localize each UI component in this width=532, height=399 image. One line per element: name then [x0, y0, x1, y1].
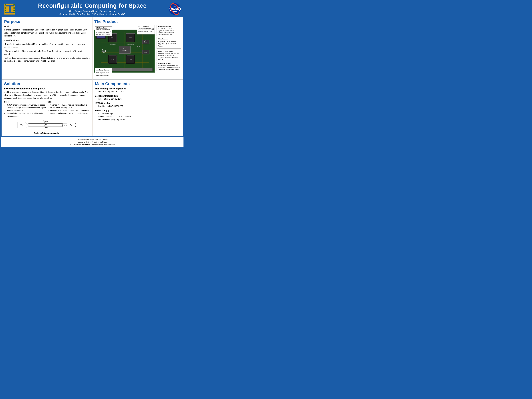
goal-label: Goal:	[4, 25, 90, 28]
footer-line1: The team would like to thank the followi…	[2, 138, 182, 141]
lvds-desc: A widely recognized standard which uses …	[4, 91, 90, 99]
lvds-diagram-svg: Tx 3.5mA 3.5mA 350mV	[16, 119, 78, 131]
svg-text:3.5mA: 3.5mA	[43, 120, 48, 122]
svg-rect-8	[5, 7, 6, 8]
pcb-specs-text: Size: 12" W x 10.5" H Layers: Six w/ two…	[158, 28, 180, 36]
svg-text:FPGA: FPGA	[111, 59, 114, 60]
pcb-image-area: LCD FPGA FPGA FPGA FPGA	[94, 25, 155, 77]
decoupling-label-text: Provide quick, temporary energy during h…	[95, 70, 111, 76]
spartan-fpga-box: Spartan IIE FPGAs Generate the semi-rand…	[157, 62, 181, 71]
pros-item-2: Differential design creates little noise…	[7, 106, 46, 112]
lcd-label-title: LCD Display Screen	[95, 27, 111, 29]
product-section: The Product	[92, 17, 183, 79]
spec-label: Specifications:	[4, 39, 90, 42]
lcd-label-box: LCD Display Screen Allows the board to d…	[95, 26, 112, 36]
svg-text:Rx: Rx	[70, 124, 72, 126]
lvds-diagram-visual: Tx 3.5mA 3.5mA 350mV	[16, 119, 78, 131]
pros-cons-grid: Pros 350mV switching results in fewer po…	[4, 101, 90, 117]
purpose-title: Purpose	[4, 19, 90, 24]
pros-list: 350mV switching results in fewer power l…	[4, 104, 46, 117]
dc-label-box: DC/DC Converters Provide efficient, poin…	[137, 25, 155, 34]
footer: The team would like to thank the followi…	[1, 137, 184, 147]
comp-item-3-2: Various Decoupling Capacitors	[98, 118, 181, 121]
product-title: The Product	[94, 19, 181, 24]
pcb-specs-box: PCB Specifications Size: 12" W x 10.5" H…	[157, 25, 181, 36]
svg-rect-54	[139, 46, 140, 47]
svg-text:Tx: Tx	[20, 124, 22, 126]
footer-line3: Dr. Joe Law, Dr. Herb Hess, Greg Klemesr…	[2, 143, 182, 146]
comp-cat-1: Serializer/Deserializers:	[95, 95, 181, 97]
pros-title: Pros	[4, 101, 46, 103]
dc-label-text: Provide efficient, point of use power co…	[138, 28, 154, 34]
svg-text:350mV: 350mV	[62, 125, 67, 126]
lcd-label-text: Allows the board to display the number o…	[95, 29, 111, 35]
serializer-title: Serializer/Deserializer	[158, 50, 180, 52]
comp-item-3-0: +12V Power Input	[98, 112, 181, 115]
pros-item-1: 350mV switching results in fewer power l…	[7, 104, 46, 106]
svg-marker-64	[18, 122, 28, 128]
svg-text:FPGA: FPGA	[129, 37, 132, 38]
lvds-crossbar-title: LVDS Crossbar	[158, 38, 180, 40]
comp-cat-3: Power Supply:	[95, 109, 181, 112]
svg-rect-9	[13, 7, 15, 8]
solution-section: Solution Low Voltage Differential Signal…	[1, 79, 92, 136]
cons-list: Matched impedance lines are more difficu…	[48, 104, 90, 115]
svg-rect-5	[13, 5, 15, 5]
lvds-title: Low Voltage Differential Signaling (LVDS…	[4, 88, 90, 90]
svg-text:FPGA: FPGA	[111, 37, 114, 38]
svg-rect-11	[13, 10, 15, 11]
comp-item-1-0: Four National DS92LV16's	[98, 97, 181, 101]
comp-cat-2: LVDS Crossbar:	[95, 102, 181, 104]
spec-item-3: •Deliver documentation comparing serial …	[4, 57, 90, 63]
main-grid: Purpose Goal: Provide a proof of concept…	[1, 17, 184, 137]
svg-text:Transmitting Node: Transmitting Node	[109, 44, 116, 45]
svg-text:SerDes: SerDes	[144, 52, 147, 53]
spartan-fpga-text: Generate the semi-random data used durin…	[158, 65, 180, 70]
svg-text:FPGA: FPGA	[129, 59, 132, 60]
header: Reconfigurable Computing for Space Chris…	[1, 1, 184, 17]
svg-rect-7	[13, 12, 15, 13]
lvds-crossbar-box: LVDS Crossbar Retransmits incoming data …	[157, 37, 181, 49]
svg-rect-51	[103, 51, 105, 52]
components-title: Main Components	[95, 82, 181, 86]
goal-text: Provide a proof of concept design and do…	[4, 28, 90, 38]
svg-text:LVDS X-Bar: LVDS X-Bar	[122, 50, 127, 51]
svg-rect-10	[5, 10, 6, 11]
lvds-diagram-caption: Basic LVDS communication	[34, 132, 60, 134]
cons-item-2: Requires that the components used suppor…	[50, 109, 90, 115]
comp-item-0-0: Four Xilinx Spartan IIE FPGAs	[98, 90, 181, 94]
pros-col: Pros 350mV switching results in fewer po…	[4, 101, 46, 117]
svg-rect-3	[9, 5, 11, 13]
svg-rect-6	[5, 12, 6, 13]
annotation-column-right: PCB Specifications Size: 12" W x 10.5" H…	[157, 25, 181, 77]
serializer-box: Serializer/Deserializer Serializes 16-bi…	[157, 50, 181, 61]
header-title-area: Reconfigurable Computing for Space Chris…	[18, 2, 167, 16]
lvds-diagram: Tx 3.5mA 3.5mA 350mV	[4, 119, 90, 134]
spec-item-1: •Transfer data at a speed of 800 Mbps fr…	[4, 43, 90, 49]
cons-col: Cons Matched impedance lines are more di…	[48, 101, 90, 117]
comp-item-3-1: Twelve Datel LSN DC/DC Converters	[98, 115, 181, 118]
svg-text:Receiving Node: Receiving Node	[127, 66, 133, 66]
decoupling-label-box: Decoupling Capacitors Provide quick, tem…	[95, 68, 112, 77]
spec-item-2: •Show the stability of the system with a…	[4, 50, 90, 56]
components-section: Main Components Transmitting/Receiving N…	[92, 79, 183, 136]
pcb-specs-title: PCB Specifications	[158, 26, 180, 28]
decoupling-label-title: Decoupling Capacitors	[95, 68, 111, 70]
pros-item-3: Uses only two lines, no matter what the …	[7, 112, 46, 117]
svg-text:Receiving Node: Receiving Node	[110, 66, 116, 66]
cons-item-1: Matched impedance lines are more difficu…	[50, 104, 90, 109]
project-logo	[4, 3, 16, 15]
header-authors: Chris Canine, Cameron Dennis, Terseer It…	[18, 10, 167, 16]
nasa-logo: NASA	[169, 3, 181, 15]
poster: Reconfigurable Computing for Space Chris…	[1, 1, 184, 147]
svg-text:Transmitting Node: Transmitting Node	[127, 44, 134, 45]
serializer-text: Serializes 16-bit parallel data and cloc…	[158, 52, 180, 60]
svg-rect-48	[103, 50, 105, 51]
comp-item-2-0: One National SCAN90CP02	[98, 105, 181, 108]
comp-cat-0: Transmitting/Receiving Nodes:	[95, 88, 181, 90]
lvds-crossbar-text: Retransmits incoming data to receiving F…	[158, 40, 180, 48]
page-title: Reconfigurable Computing for Space	[18, 2, 167, 9]
footer-line2: people for their contributions and help.	[2, 141, 182, 143]
svg-text:NASA: NASA	[171, 7, 179, 11]
svg-rect-4	[5, 5, 6, 5]
